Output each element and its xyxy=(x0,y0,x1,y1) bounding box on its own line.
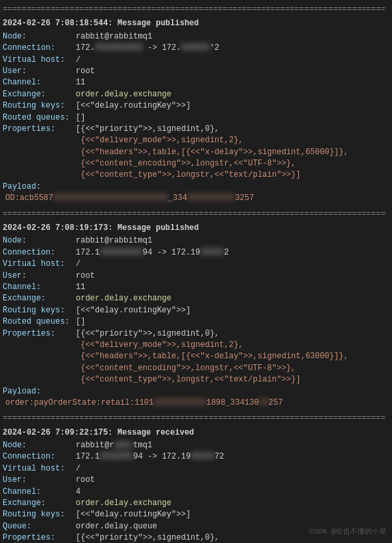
props-line-1-3: {<<"headers">>,table,[{<<"x-delay">>,sig… xyxy=(3,147,389,158)
field-node-3: Node: rabbit@rabbitmq1 xyxy=(3,440,389,451)
message-block-3: 2024-02-26 7:09:22:175: Message received… xyxy=(0,426,392,543)
separator-2: ========================================… xyxy=(0,207,392,221)
field-routingkeys-1: Routing keys: [<<"delay.routingKey">>] xyxy=(3,100,389,112)
watermark: CSDN @哈也不懂的小菜 xyxy=(309,527,387,538)
field-node-2: Node: rabbit@rabbitmq1 xyxy=(3,235,389,247)
field-channel-1: Channel: 11 xyxy=(3,77,389,88)
field-channel-2: Channel: 11 xyxy=(3,282,389,293)
blurred-1: XXXXXXXXXX xyxy=(95,43,143,54)
field-exchange-2: Exchange: order.delay.exchange xyxy=(3,293,389,304)
props-line-2-2: {<<"delivery_mode">>,signedint,2}, xyxy=(3,340,389,351)
field-properties-1: Properties: [{<<"priority">>,signedint,0… xyxy=(3,124,389,135)
field-node-1: Node: rabbit@rabbitmq1 xyxy=(3,31,389,43)
field-exchange-3: Exchange: order.delay.exchange xyxy=(3,498,389,509)
message-block-1: 2024-02-26 7:08:18:544: Message publishe… xyxy=(0,17,392,207)
terminal-container: ========================================… xyxy=(0,3,392,543)
payload-value-1: OD:acb5587XXXXXXXXXXXXXXXXXXXXXXXX_334XX… xyxy=(3,193,389,204)
field-connection-1: Connection: 172.XXXXXXXXXX -> 172.XXXXXX… xyxy=(3,43,389,54)
field-routed-1: Routed queues: [] xyxy=(3,112,389,124)
separator-top-1: ========================================… xyxy=(0,3,392,17)
payload-value-2: order:payOrderState:retail:1101XXXXXXXXX… xyxy=(3,397,389,409)
props-line-2-5: {<<"content_type">>,longstr,<<"text/plai… xyxy=(3,374,389,385)
separator-3: ========================================… xyxy=(0,411,392,425)
message-header-3: 2024-02-26 7:09:22:175: Message received xyxy=(3,427,389,439)
field-properties-2: Properties: [{<<"priority">>,signedint,0… xyxy=(3,328,389,340)
blurred-2: XXXXXX xyxy=(181,43,209,54)
field-channel-3: Channel: 4 xyxy=(3,487,389,498)
props-line-2-3: {<<"headers">>,table,[{<<"x-delay">>,sig… xyxy=(3,351,389,362)
field-routingkeys-2: Routing keys: [<<"delay.routingKey">>] xyxy=(3,305,389,316)
message-header-1: 2024-02-26 7:08:18:544: Message publishe… xyxy=(3,18,389,29)
message-block-2: 2024-02-26 7:08:19:173: Message publishe… xyxy=(0,221,392,411)
field-user-3: User: root xyxy=(3,475,389,486)
field-user-1: User: root xyxy=(3,66,389,77)
field-user-2: User: root xyxy=(3,271,389,282)
props-line-1-2: {<<"delivery_mode">>,signedint,2}, xyxy=(3,135,389,146)
props-line-1-5: {<<"content_type">>,longstr,<<"text/plai… xyxy=(3,169,389,181)
message-header-2: 2024-02-26 7:08:19:173: Message publishe… xyxy=(3,223,389,234)
field-connection-3: Connection: 172.1XXXXXXX94 -> 172.19XXXX… xyxy=(3,451,389,463)
field-exchange-1: Exchange: order.delay.exchange xyxy=(3,89,389,100)
field-vhost-1: Virtual host: / xyxy=(3,54,389,66)
payload-label-2: Payload: xyxy=(3,386,389,397)
field-vhost-2: Virtual host: / xyxy=(3,259,389,270)
props-line-2-4: {<<"content_encoding">>,longstr,<<"UTF-8… xyxy=(3,363,389,374)
payload-label-1: Payload: xyxy=(3,181,389,193)
field-routingkeys-3: Routing keys: [<<"delay.routingKey">>] xyxy=(3,509,389,520)
field-routed-2: Routed queues: [] xyxy=(3,316,389,328)
props-line-1-4: {<<"content_encoding">>,longstr,<<"UTF-8… xyxy=(3,158,389,169)
field-vhost-3: Virtual host: / xyxy=(3,463,389,475)
field-connection-2: Connection: 172.1XXXXXXXXX94 -> 172.19XX… xyxy=(3,247,389,259)
